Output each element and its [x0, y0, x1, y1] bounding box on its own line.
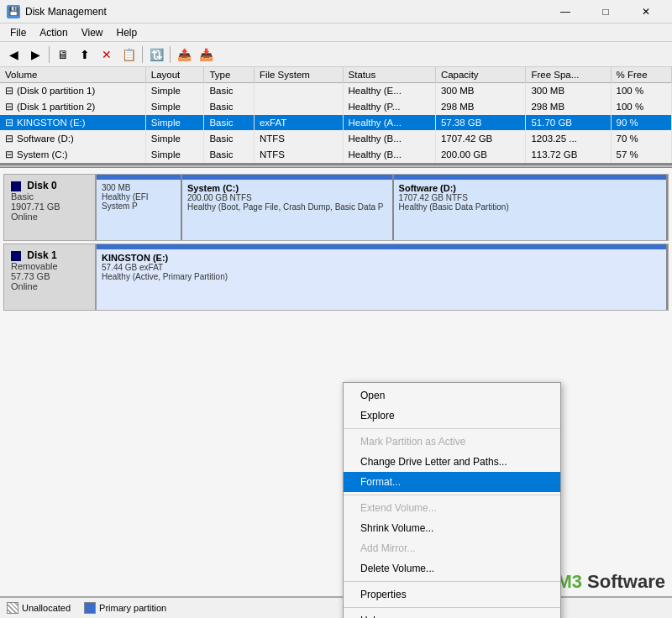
partition[interactable]: System (C:)200.00 GB NTFSHealthy (Boot, … — [182, 175, 394, 240]
watermark: M3 Software — [556, 571, 665, 593]
context-menu-item[interactable]: Open — [344, 385, 560, 406]
partition[interactable]: KINGSTON (E:)57.44 GB exFATHealthy (Acti… — [97, 244, 668, 310]
table-row[interactable]: ⊟(Disk 1 partition 2)SimpleBasicHealthy … — [0, 99, 672, 115]
context-menu-item[interactable]: Format... — [344, 472, 560, 492]
table-row[interactable]: ⊟(Disk 0 partition 1)SimpleBasicHealthy … — [0, 83, 672, 99]
toolbar-separator-2 — [142, 46, 143, 63]
partition-size: 1707.42 GB NTFS — [399, 193, 661, 202]
disk-size: 57.73 GB — [11, 271, 88, 281]
table-cell: Simple — [145, 147, 204, 163]
table-cell: 57 % — [611, 147, 671, 163]
table-cell: 90 % — [611, 115, 671, 131]
context-menu-item[interactable]: Explore — [344, 406, 560, 426]
menu-help[interactable]: Help — [110, 25, 144, 40]
legend-unallocated-label: Unallocated — [22, 603, 71, 613]
disk-status: Online — [11, 212, 88, 222]
col-pctfree[interactable]: % Free — [611, 67, 671, 83]
export-button[interactable]: 📤 — [174, 45, 194, 65]
minimize-button[interactable]: — — [546, 0, 585, 24]
col-capacity[interactable]: Capacity — [435, 67, 526, 83]
table-cell: 300 MB — [526, 83, 611, 99]
context-menu-separator — [344, 607, 560, 608]
context-menu-item: Extend Volume... — [344, 498, 560, 518]
table-row[interactable]: ⊟Software (D:)SimpleBasicNTFSHealthy (B.… — [0, 131, 672, 147]
legend-unallocated: Unallocated — [7, 602, 71, 614]
partition-size: 300 MB — [102, 183, 176, 192]
table-cell: Basic — [204, 147, 254, 163]
close-button[interactable]: ✕ — [627, 0, 665, 24]
table-cell: 298 MB — [526, 99, 611, 115]
partition[interactable]: 300 MBHealthy (EFI System P — [97, 175, 182, 240]
table-cell: Basic — [204, 99, 254, 115]
context-menu-item[interactable]: Change Drive Letter and Paths... — [344, 452, 560, 472]
table-cell: Simple — [145, 131, 204, 147]
maximize-button[interactable]: □ — [586, 0, 625, 24]
menu-file[interactable]: File — [3, 25, 33, 40]
context-menu-item[interactable]: Help — [344, 610, 560, 618]
properties-button[interactable]: ⬆ — [75, 45, 95, 65]
context-menu-item[interactable]: Properties — [344, 584, 560, 605]
context-menu-item: Mark Partition as Active — [344, 432, 560, 452]
watermark-suffix: Software — [587, 571, 665, 592]
table-cell: NTFS — [254, 147, 343, 163]
table-cell: Basic — [204, 131, 254, 147]
col-type[interactable]: Type — [204, 67, 254, 83]
table-header: Volume Layout Type File System Status Ca… — [0, 67, 672, 83]
table-cell: 57.38 GB — [435, 115, 526, 131]
partition-name: KINGSTON (E:) — [102, 253, 661, 263]
table-cell: ⊟Software (D:) — [0, 131, 145, 147]
partition-content: Software (D:)1707.42 GB NTFSHealthy (Bas… — [394, 180, 666, 240]
table-cell: exFAT — [254, 115, 343, 131]
disk-row: Disk 1 Removable 57.73 GB Online KINGSTO… — [3, 244, 669, 311]
back-button[interactable]: ◀ — [3, 45, 24, 65]
partition-desc: Healthy (EFI System P — [102, 192, 176, 211]
window-title: Disk Management — [25, 6, 107, 18]
window-controls: — □ ✕ — [546, 0, 665, 24]
context-menu-separator — [344, 428, 560, 429]
table-cell: Healthy (B... — [343, 147, 435, 163]
legend-primary-label: Primary partition — [99, 603, 166, 613]
delete-button[interactable]: ✕ — [97, 45, 117, 65]
partition-desc: Healthy (Active, Primary Partition) — [102, 272, 661, 281]
context-menu-item[interactable]: Delete Volume... — [344, 558, 560, 579]
context-menu-item[interactable]: Shrink Volume... — [344, 518, 560, 538]
table-cell: Healthy (E... — [343, 83, 435, 99]
table-cell: Simple — [145, 115, 204, 131]
new-button[interactable]: 📋 — [118, 45, 139, 65]
partition-content: KINGSTON (E:)57.44 GB exFATHealthy (Acti… — [97, 249, 666, 310]
table-row[interactable]: ⊟KINGSTON (E:)SimpleBasicexFATHealthy (A… — [0, 115, 672, 131]
show-console-button[interactable]: 🖥 — [53, 45, 73, 65]
import-button[interactable]: 📥 — [196, 45, 216, 65]
title-bar: 💾 Disk Management — □ ✕ — [0, 0, 672, 24]
table-cell — [254, 99, 343, 115]
table-cell: ⊟(Disk 1 partition 2) — [0, 99, 145, 115]
table-cell: Simple — [145, 83, 204, 99]
refresh-button[interactable]: 🔃 — [146, 45, 166, 65]
table-cell: 100 % — [611, 99, 671, 115]
col-volume[interactable]: Volume — [0, 67, 145, 83]
menu-view[interactable]: View — [75, 25, 110, 40]
col-filesystem[interactable]: File System — [254, 67, 343, 83]
disk-panels: Disk 0 Basic 1907.71 GB Online 300 MBHea… — [0, 168, 672, 618]
menu-action[interactable]: Action — [33, 25, 74, 40]
col-status[interactable]: Status — [343, 67, 435, 83]
volume-table: Volume Layout Type File System Status Ca… — [0, 67, 672, 165]
table-cell: 298 MB — [435, 99, 526, 115]
table-row[interactable]: ⊟System (C:)SimpleBasicNTFSHealthy (B...… — [0, 147, 672, 163]
table-cell: Healthy (A... — [343, 115, 435, 131]
toolbar: ◀ ▶ 🖥 ⬆ ✕ 📋 🔃 📤 📥 — [0, 42, 672, 67]
col-layout[interactable]: Layout — [145, 67, 204, 83]
context-menu-item: Add Mirror... — [344, 538, 560, 558]
table-cell: Basic — [204, 83, 254, 99]
col-freespace[interactable]: Free Spa... — [526, 67, 611, 83]
partition[interactable]: Software (D:)1707.42 GB NTFSHealthy (Bas… — [394, 175, 668, 240]
disk-name: Disk 0 — [11, 180, 88, 191]
disk-partitions: KINGSTON (E:)57.44 GB exFATHealthy (Acti… — [97, 244, 668, 310]
forward-button[interactable]: ▶ — [25, 45, 45, 65]
partition-name: Software (D:) — [399, 183, 661, 193]
disk-size: 1907.71 GB — [11, 202, 88, 212]
table-cell: Healthy (P... — [343, 99, 435, 115]
disk-row: Disk 0 Basic 1907.71 GB Online 300 MBHea… — [3, 174, 669, 241]
partition-desc: Healthy (Basic Data Partition) — [399, 202, 661, 212]
table-cell: NTFS — [254, 131, 343, 147]
